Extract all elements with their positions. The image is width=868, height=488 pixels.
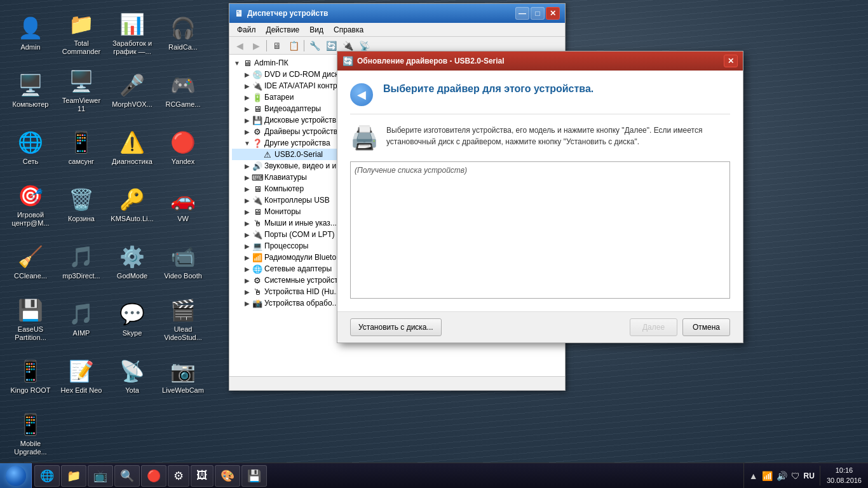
desktop-icon-livewebcam[interactable]: 📷 LiveWebCam [159,349,207,404]
desktop-icon-mp3direct[interactable]: 🎵 mp3Direct... [57,235,105,290]
taskbar-item-paint[interactable]: 🎨 [215,465,240,487]
desktop-icon-ccleaner[interactable]: 🧹 CCleane... [6,235,55,290]
desktop-icon-diagnostics[interactable]: ⚠️ Диагностика [108,121,156,175]
start-button[interactable] [0,463,32,489]
toolbar-computer[interactable]: 🖥 [269,39,285,53]
ie-icon: 🌐 [40,469,54,483]
desktop-icon-yota[interactable]: 📡 Yota [108,349,156,404]
taskbar-clock[interactable]: 10:16 30.08.2016 [820,466,868,485]
desktop-icon-vw[interactable]: 🚗 VW [159,178,207,233]
desktop-icon-morphvox[interactable]: 🎤 MorphVOX... [108,64,156,118]
total-commander-label: Total Commander [60,39,103,56]
hexedit-icon: 📝 [69,358,94,384]
zarabotak-label: Заработок и график —... [111,39,154,56]
desktop-icon-aimp[interactable]: 🎵 AIMP [57,292,105,347]
taskbar-item-photos[interactable]: 🖼 [191,465,214,487]
driver-device-list-placeholder: (Получение списка устройств) [355,166,467,175]
taskbar-item-ie[interactable]: 🌐 [34,465,60,487]
kmsauto-icon: 🔑 [119,187,145,212]
desktop-icon-computer[interactable]: 🖥️ Компьютер [6,64,55,118]
tray-language[interactable]: RU [804,471,815,480]
tree-label-14: Порты (COM и LPT) [264,230,335,239]
kingo-icon: 📱 [18,358,43,384]
tree-label-0: DVD и CD-ROM диск... [264,70,344,79]
tree-label-16: Радиомодули Blueto... [264,253,342,262]
desktop-icon-skype[interactable]: 💬 Skype [108,292,156,347]
tree-label-6: Другие устройства [264,139,330,147]
desktop-icon-admin[interactable]: 👤 Admin [6,6,55,61]
tray-volume-icon[interactable]: 🔊 [776,471,787,481]
taskbar-item-save[interactable]: 💾 [241,465,267,487]
taskbar-item-app[interactable]: ⚙ [168,465,189,487]
menu-file[interactable]: Файл [232,24,261,36]
desktop-icon-total-commander[interactable]: 📁 Total Commander [57,6,105,61]
ulead-label: Ulead VideoStud... [161,325,205,342]
taskbar-item-yandex2[interactable]: 🔴 [141,465,166,487]
ulead-icon: 🎬 [170,297,196,323]
taskbar-item-yandex[interactable]: 🔍 [114,465,140,487]
driver-dialog-body: ◀ Выберите драйвер для этого устройства.… [337,71,743,311]
desktop-icon-hexedit[interactable]: 📝 Hex Edit Neo [57,349,105,404]
kingo-label: Kingo ROOT [11,386,51,395]
desktop-icon-network[interactable]: 🌐 Сеть [6,121,55,175]
desktop-icon-easeus[interactable]: 💾 EaseUS Partition... [6,292,55,347]
maximize-button[interactable]: □ [531,7,545,20]
computer-icon: 🖥️ [18,72,43,98]
minimize-button[interactable]: — [515,7,529,20]
igrovoy-icon: 🎯 [18,183,43,208]
toolbar-back[interactable]: ◀ [232,39,247,53]
desktop-icon-godmode[interactable]: ⚙️ GodMode [108,235,156,290]
raidcall-icon: 🎧 [170,15,196,41]
tree-icon-1: 🔌 [252,81,262,91]
tray-security-icon[interactable]: 🛡 [791,471,800,481]
tree-arrow-15: ▶ [242,243,252,250]
clock-time: 10:16 [836,466,853,475]
admin-label: Admin [20,43,40,51]
menu-action[interactable]: Действие [261,24,305,36]
taskbar-items: 🌐 📁 📺 🔍 🔴 ⚙ 🖼 🎨 � [32,463,743,488]
driver-dialog-icon: 🔄 [342,56,353,66]
desktop-icon-samsung[interactable]: 📱 самсунг [57,121,105,175]
tree-icon-14: 🔌 [252,229,262,240]
ccleaner-icon: 🧹 [18,244,43,269]
driver-dialog-close[interactable]: ✕ [724,55,738,67]
tray-network-icon[interactable]: 📶 [762,471,773,481]
driver-dialog-description: Выберите изготовителя устройства, его мо… [386,125,730,147]
desktop-icon-recycle[interactable]: 🗑️ Корзина [57,178,105,233]
driver-dialog-header: ◀ Выберите драйвер для этого устройства. [350,83,730,114]
driver-device-list[interactable]: (Получение списка устройств) [350,161,730,299]
install-from-disk-button[interactable]: Установить с диска... [350,318,442,336]
driver-device-icon: 🖨️ [350,125,379,151]
toolbar-forward[interactable]: ▶ [248,39,264,53]
tree-arrow-13: ▶ [242,220,252,227]
desktop-icon-kmsauto[interactable]: 🔑 KMSAuto.Li... [108,178,156,233]
taskbar-item-explorer[interactable]: 📁 [61,465,86,487]
toolbar-list[interactable]: 📋 [286,39,301,53]
next-button[interactable]: Далее [630,318,677,336]
diagnostics-label: Диагностика [112,158,153,166]
desktop-icon-ulead[interactable]: 🎬 Ulead VideoStud... [159,292,207,347]
cancel-button[interactable]: Отмена [682,318,730,336]
windows-orb [6,466,26,486]
desktop-icon-rcgame[interactable]: 🎮 RCGame... [159,64,207,118]
desktop-icon-raidcall[interactable]: 🎧 RaidCa... [159,6,207,61]
desktop-icon-zarabotak[interactable]: 📊 Заработок и график —... [108,6,156,61]
desktop-icon-mobile-upgrade[interactable]: 📱 Mobile Upgrade... [6,407,55,461]
tree-icon-8: 🔊 [252,161,262,171]
tray-arrow-icon[interactable]: ▲ [749,471,758,481]
driver-dialog-back[interactable]: ◀ [350,83,373,106]
driver-dialog-info: 🖨️ Выберите изготовителя устройства, его… [350,125,730,151]
tree-icon-9: ⌨ [252,172,262,182]
tree-arrow-8: ▶ [242,163,252,170]
driver-update-dialog[interactable]: 🔄 Обновление драйверов - USB2.0-Serial ✕… [337,51,743,343]
desktop-icon-teamviewer[interactable]: 🖥️ TeamViewer 11 [57,64,105,118]
desktop-icon-kingo[interactable]: 📱 Kingo ROOT [6,349,55,404]
desktop-icon-igrovoy[interactable]: 🎯 Игровой центр@M... [6,178,55,233]
close-button[interactable]: ✕ [546,7,560,20]
desktop-icon-yandex[interactable]: 🔴 Yandex [159,121,207,175]
menu-view[interactable]: Вид [304,24,329,36]
desktop-icon-videobooth[interactable]: 📹 Video Booth [159,235,207,290]
toolbar-properties[interactable]: 🔧 [307,39,322,53]
menu-help[interactable]: Справка [329,24,369,36]
taskbar-item-media[interactable]: 📺 [88,465,113,487]
